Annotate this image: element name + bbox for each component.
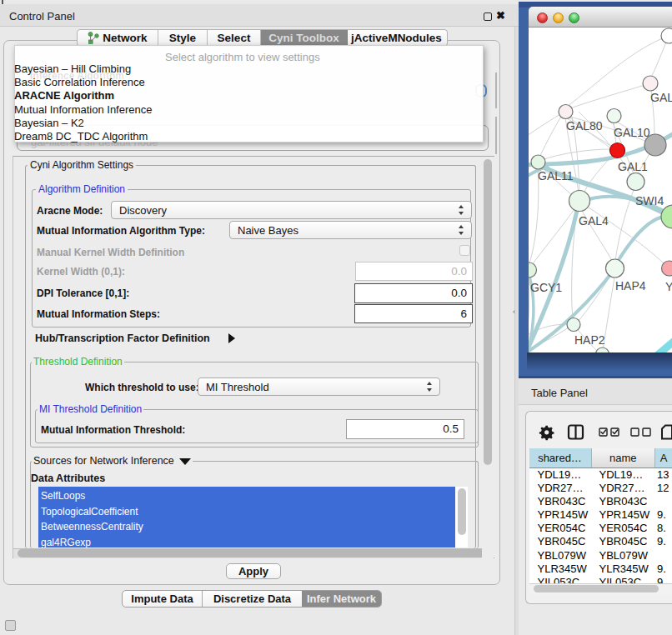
svg-text:GAL80: GAL80: [566, 119, 603, 132]
svg-text:GAL11: GAL11: [538, 169, 574, 182]
svg-text:Y: Y: [665, 280, 672, 293]
svg-text:GAL1: GAL1: [618, 160, 648, 173]
svg-text:GAL4: GAL4: [579, 214, 609, 228]
svg-text:GCY1: GCY1: [530, 281, 562, 294]
svg-text:GAL: GAL: [650, 91, 672, 104]
svg-text:HAP4: HAP4: [615, 279, 646, 292]
svg-text:GAL10: GAL10: [614, 126, 650, 139]
svg-text:SWI4: SWI4: [635, 194, 664, 208]
svg-text:HAP2: HAP2: [574, 333, 605, 347]
